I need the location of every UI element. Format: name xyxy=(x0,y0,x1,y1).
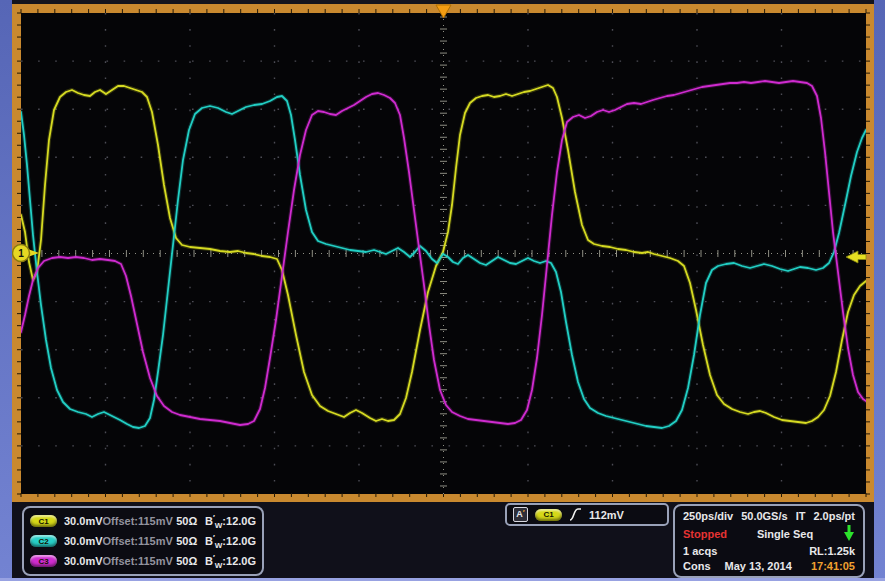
clock: 17:41:05 xyxy=(811,560,855,572)
channel-offset: Offset:115mV xyxy=(103,535,177,547)
channel-scale: 30.0mV xyxy=(64,555,103,567)
rising-edge-icon xyxy=(569,507,582,522)
channel-row-c3[interactable]: C3 30.0mV Offset:115mV 50Ω B′W:12.0G xyxy=(30,553,256,570)
waveform-display[interactable]: 1 xyxy=(0,0,885,502)
channel-row-c1[interactable]: C1 30.0mV Offset:115mV 50Ω B′W:12.0G xyxy=(30,513,256,530)
acq-count: 1 acqs xyxy=(683,545,717,557)
sampling-mode: IT xyxy=(796,510,806,522)
channel-scale: 30.0mV xyxy=(64,515,103,527)
trigger-level: 112mV xyxy=(589,509,624,521)
channel-badge-c3[interactable]: C3 xyxy=(30,555,57,567)
timebase: 250ps/div xyxy=(683,510,733,522)
acq-label: Cons xyxy=(683,560,711,572)
trigger-source-badge[interactable]: C1 xyxy=(535,509,562,521)
resolution: 2.0ps/pt xyxy=(813,510,855,522)
acq-status: Stopped xyxy=(683,528,727,540)
channel-termination: 50Ω xyxy=(176,555,205,567)
channel-bandwidth: B′W:12.0G xyxy=(205,513,256,530)
status-bar: C1 30.0mV Offset:115mV 50Ω B′W:12.0G C2 … xyxy=(0,502,885,581)
channel-badge-c2[interactable]: C2 xyxy=(30,535,57,547)
window-frame-right xyxy=(874,0,885,581)
date-label: May 13, 2014 xyxy=(725,560,792,572)
channel-offset: Offset:115mV xyxy=(103,515,177,527)
acquisition-info[interactable]: 250ps/div 50.0GS/s IT 2.0ps/pt Stopped S… xyxy=(673,504,865,578)
channel-offset: Offset:115mV xyxy=(103,555,177,567)
channel-termination: 50Ω xyxy=(176,515,205,527)
channel-readouts[interactable]: C1 30.0mV Offset:115mV 50Ω B′W:12.0G C2 … xyxy=(22,506,264,576)
oscilloscope-screen: 1 C1 30.0mV Offset:115mV 50Ω B′W:12.0G C… xyxy=(0,0,885,581)
acq-status-row: Stopped Single Seq xyxy=(683,525,855,542)
channel-scale: 30.0mV xyxy=(64,535,103,547)
channel-bandwidth: B′W:12.0G xyxy=(205,553,256,570)
svg-text:1: 1 xyxy=(18,248,24,259)
acq-count-row: 1 acqs RL:1.25k xyxy=(683,545,855,557)
trigger-a-badge: A′ xyxy=(513,507,528,522)
acq-mode: Single Seq xyxy=(757,528,813,540)
horizontal-settings-row: 250ps/div 50.0GS/s IT 2.0ps/pt xyxy=(683,510,855,522)
channel-termination: 50Ω xyxy=(176,535,205,547)
channel-badge-c1[interactable]: C1 xyxy=(30,515,57,527)
record-length: RL:1.25k xyxy=(809,545,855,557)
channel-bandwidth: B′W:12.0G xyxy=(205,533,256,550)
sample-rate: 50.0GS/s xyxy=(741,510,787,522)
trigger-indicator-icon xyxy=(843,525,855,542)
datetime-row: Cons May 13, 2014 17:41:05 xyxy=(683,560,855,572)
window-frame-left xyxy=(0,0,12,581)
trigger-readout[interactable]: A′ C1 112mV xyxy=(505,503,669,526)
channel-row-c2[interactable]: C2 30.0mV Offset:115mV 50Ω B′W:12.0G xyxy=(30,533,256,550)
